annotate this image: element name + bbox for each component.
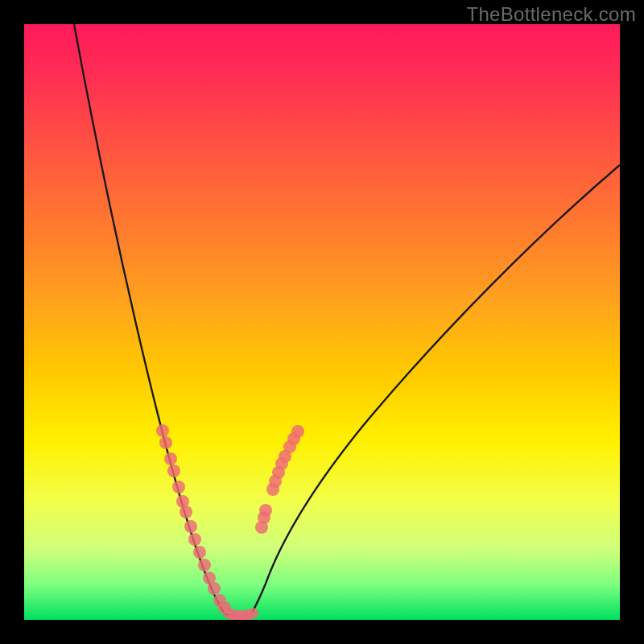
chart-svg xyxy=(24,24,620,620)
plot-area xyxy=(24,24,620,620)
data-point xyxy=(193,546,206,559)
data-point xyxy=(159,436,172,449)
data-point xyxy=(164,452,177,465)
data-point xyxy=(180,506,192,518)
dots-bottom-group xyxy=(223,608,258,620)
data-point xyxy=(208,582,221,595)
data-point xyxy=(255,521,268,534)
data-point xyxy=(266,483,279,496)
data-point xyxy=(188,533,201,546)
right-curve xyxy=(246,165,620,616)
data-point xyxy=(172,481,185,493)
data-point xyxy=(198,559,211,572)
left-curve xyxy=(74,24,237,616)
data-point xyxy=(247,608,258,619)
chart-container: TheBottleneck.com xyxy=(0,0,644,644)
data-point xyxy=(184,520,197,533)
data-point xyxy=(167,464,180,477)
watermark-text: TheBottleneck.com xyxy=(466,3,636,26)
data-point xyxy=(156,424,169,437)
